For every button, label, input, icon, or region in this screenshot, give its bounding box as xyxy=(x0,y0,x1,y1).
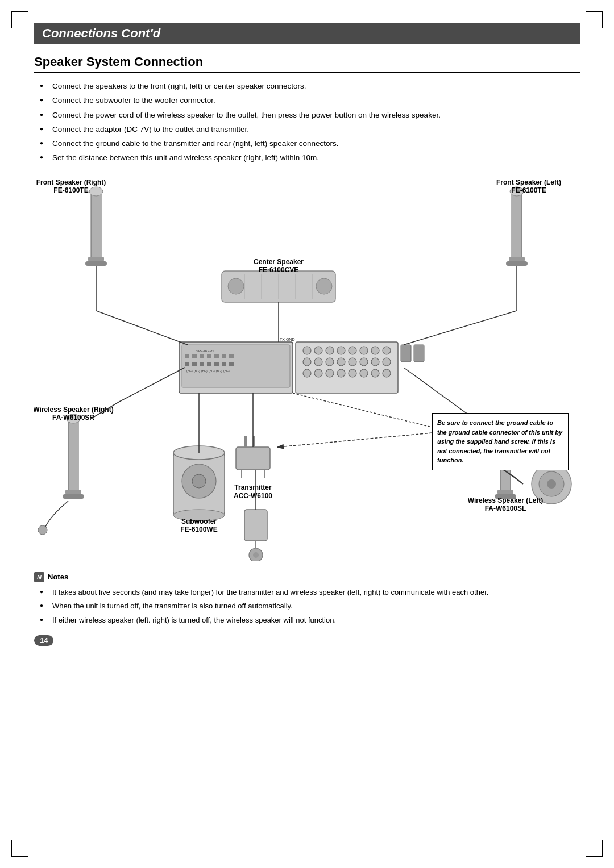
svg-text:(BG): (BG) xyxy=(186,369,193,373)
svg-point-53 xyxy=(360,358,368,366)
svg-line-99 xyxy=(279,433,432,447)
wireless-left-model: FA-W6100SL xyxy=(485,504,526,512)
svg-rect-27 xyxy=(192,362,197,366)
notes-header: N Notes xyxy=(34,572,580,582)
svg-point-55 xyxy=(383,358,391,366)
corner-mark-tl xyxy=(11,11,28,28)
svg-point-51 xyxy=(337,358,345,366)
svg-rect-30 xyxy=(214,362,219,366)
svg-rect-5 xyxy=(509,257,525,261)
svg-point-14 xyxy=(228,278,244,294)
notes-section: N Notes It takes about five seconds (and… xyxy=(34,572,580,626)
svg-text:(BG): (BG) xyxy=(194,369,200,373)
svg-point-48 xyxy=(303,358,311,366)
svg-rect-2 xyxy=(85,261,107,266)
svg-text:(BG): (BG) xyxy=(209,369,215,373)
svg-rect-65 xyxy=(414,345,424,362)
svg-rect-29 xyxy=(207,362,211,366)
svg-point-49 xyxy=(314,358,322,366)
instruction-6: Set the distance between this unit and w… xyxy=(40,152,580,164)
subwoofer-model: FE-6100WE xyxy=(180,525,217,533)
svg-point-50 xyxy=(326,358,334,366)
notes-icon: N xyxy=(34,572,44,582)
instruction-4: Connect the adaptor (DC 7V) to the outle… xyxy=(40,124,580,135)
svg-rect-19 xyxy=(185,354,189,358)
instruction-3: Connect the power cord of the wireless s… xyxy=(40,110,580,121)
notes-list: It takes about five seconds (and may tak… xyxy=(34,587,580,626)
svg-rect-20 xyxy=(192,354,197,358)
svg-text:(BG): (BG) xyxy=(216,369,222,373)
svg-rect-26 xyxy=(185,362,189,366)
svg-point-52 xyxy=(349,358,356,366)
corner-mark-br xyxy=(586,840,603,857)
svg-point-15 xyxy=(316,278,332,294)
svg-rect-24 xyxy=(222,354,226,358)
instruction-5: Connect the ground cable to the transmit… xyxy=(40,138,580,149)
page-number: 14 xyxy=(34,628,580,646)
svg-point-41 xyxy=(314,347,322,354)
svg-rect-68 xyxy=(63,494,84,499)
corner-mark-tr xyxy=(586,11,603,28)
note-2: When the unit is turned off, the transmi… xyxy=(40,600,580,612)
svg-point-61 xyxy=(360,369,368,377)
svg-rect-90 xyxy=(244,510,267,541)
front-right-label: Front Speaker (Right) xyxy=(36,178,106,186)
svg-rect-86 xyxy=(244,436,247,448)
warning-text: Be sure to connect the ground cable to t… xyxy=(437,419,562,464)
front-right-model: FE-6100TE xyxy=(53,186,88,194)
page: Connections Cont'd Speaker System Connec… xyxy=(0,0,614,868)
front-left-label: Front Speaker (Left) xyxy=(496,178,561,186)
svg-point-54 xyxy=(371,358,379,366)
svg-point-58 xyxy=(326,369,334,377)
svg-rect-85 xyxy=(236,447,270,470)
svg-rect-28 xyxy=(200,362,204,366)
svg-point-93 xyxy=(253,552,259,558)
subwoofer-label: Subwoofer xyxy=(181,518,217,525)
svg-text:SPEAKERS: SPEAKERS xyxy=(196,349,214,353)
svg-line-96 xyxy=(293,393,443,430)
svg-rect-22 xyxy=(207,354,211,358)
svg-rect-67 xyxy=(65,490,81,494)
diagram-area: Front Speaker (Right) FE-6100TE Front Sp… xyxy=(34,174,580,561)
svg-text:(BG): (BG) xyxy=(223,369,230,373)
svg-point-3 xyxy=(89,187,103,196)
svg-text:TX GND: TX GND xyxy=(280,337,294,341)
svg-point-46 xyxy=(371,347,379,354)
svg-rect-31 xyxy=(222,362,226,366)
transmitter-model: ACC-W6100 xyxy=(234,492,272,500)
diagram-svg: Front Speaker (Right) FE-6100TE Front Sp… xyxy=(34,174,580,561)
svg-point-60 xyxy=(349,369,356,377)
svg-point-84 xyxy=(192,474,206,488)
instruction-1: Connect the speakers to the front (right… xyxy=(40,81,580,92)
svg-point-47 xyxy=(383,347,391,354)
svg-point-56 xyxy=(303,369,311,377)
front-left-model: FE-6100TE xyxy=(511,186,546,194)
adaptor-label: Adaptor (DC 7V) xyxy=(231,560,280,561)
svg-point-57 xyxy=(314,369,322,377)
svg-rect-6 xyxy=(506,261,528,266)
svg-point-43 xyxy=(337,347,345,354)
svg-rect-0 xyxy=(91,191,101,260)
note-1: It takes about five seconds (and may tak… xyxy=(40,587,580,598)
instructions-list: Connect the speakers to the front (right… xyxy=(34,81,580,164)
svg-point-63 xyxy=(383,369,391,377)
svg-point-59 xyxy=(337,369,345,377)
svg-rect-66 xyxy=(68,419,78,493)
instruction-2: Connect the subwoofer to the woofer conn… xyxy=(40,95,580,106)
wireless-left-label: Wireless Speaker (Left) xyxy=(468,496,544,504)
note-3: If either wireless speaker (left. right)… xyxy=(40,615,580,626)
svg-rect-25 xyxy=(229,354,234,358)
center-speaker-label: Center Speaker xyxy=(254,258,304,266)
section-header: Connections Cont'd xyxy=(34,23,580,44)
svg-point-40 xyxy=(303,347,311,354)
svg-point-42 xyxy=(326,347,334,354)
svg-point-62 xyxy=(371,369,379,377)
svg-rect-1 xyxy=(88,257,104,261)
notes-title: Notes xyxy=(48,573,68,581)
wireless-right-model: FA-W6100SR xyxy=(52,414,94,422)
section-title: Speaker System Connection xyxy=(34,55,580,73)
svg-point-45 xyxy=(360,347,368,354)
transmitter-label: Transmitter xyxy=(234,483,272,491)
svg-point-44 xyxy=(349,347,356,354)
svg-rect-32 xyxy=(229,362,234,366)
